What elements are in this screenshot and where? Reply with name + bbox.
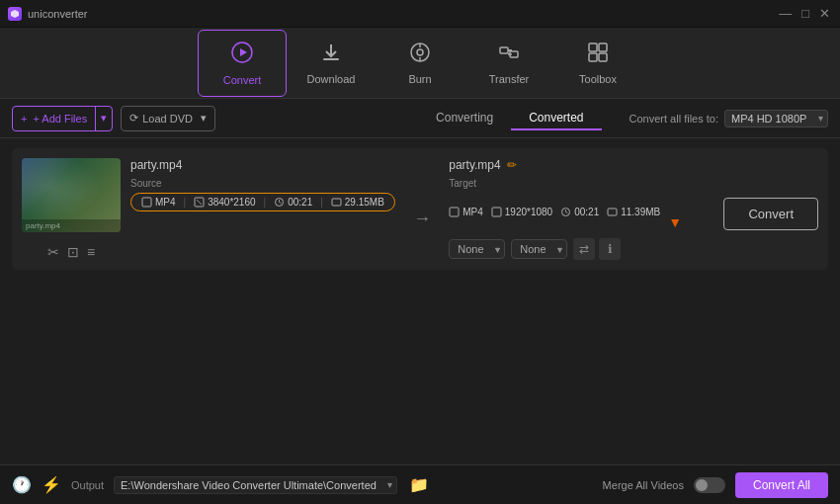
source-duration-icon: 00:21 [274,197,312,208]
svg-rect-24 [492,208,501,216]
nav-burn[interactable]: Burn [376,30,464,97]
source-duration: 00:21 [288,197,312,208]
svg-line-18 [197,200,202,205]
add-files-label: + Add Files [33,113,87,125]
edit-icon[interactable]: ✏ [507,158,517,172]
minimize-button[interactable]: — [777,6,794,21]
load-dvd-label: Load DVD [142,113,193,125]
source-format: MP4 [155,197,176,208]
add-files-button[interactable]: + + Add Files ▾ [12,106,113,131]
target-label: Target [449,178,714,189]
add-files-dropdown-arrow[interactable]: ▾ [95,107,112,130]
source-resolution-icon: 3840*2160 [194,197,255,208]
file-thumbnail: party.mp4 [22,158,121,232]
app-name: uniconverter [28,8,88,20]
source-size: 29.15MB [345,197,384,208]
plus-icon: + [21,113,27,125]
clock-icon[interactable]: 🕐 [12,475,32,494]
toolbox-nav-icon [587,42,609,69]
list-icon[interactable]: ≡ [87,244,95,260]
target-info: MP4 1920*1080 00:21 11.39MB ▼ [449,193,714,230]
tab-group: Converting Converted [418,107,601,130]
nav-transfer-label: Transfer [489,73,530,85]
svg-rect-23 [450,208,459,216]
folder-icon[interactable]: 📁 [409,475,429,494]
source-format-icon: MP4 [141,197,176,208]
svg-line-27 [566,211,568,212]
target-format: MP4 [449,207,483,217]
output-path[interactable]: E:\Wondershare Video Converter Ultimate\… [114,476,397,494]
scissors-icon[interactable]: ✂ [47,244,59,260]
source-size-icon: 29.15MB [331,197,384,208]
convert-button[interactable]: Convert [723,198,818,230]
source-info: MP4 | 3840*2160 | 00:21 | 29.15MB [130,193,395,211]
nav-convert-label: Convert [223,74,262,86]
close-button[interactable]: ✕ [817,6,832,21]
output-path-wrap[interactable]: E:\Wondershare Video Converter Ultimate\… [114,476,397,494]
svg-rect-16 [142,198,151,207]
load-dvd-button[interactable]: ⟳ Load DVD ▾ [121,106,215,131]
svg-rect-28 [608,209,617,215]
none-select-1-wrap[interactable]: None ▾ [449,239,505,259]
target-action-btn-1[interactable]: ⇄ [573,238,595,260]
svg-marker-0 [11,10,19,18]
target-name-row: party.mp4 ✏ [449,158,714,172]
svg-point-5 [417,49,423,55]
lightning-icon[interactable]: ⚡ [42,475,61,494]
target-name: party.mp4 [449,158,500,172]
nav-download[interactable]: Download [287,30,376,97]
nav-download-label: Download [307,73,356,85]
convert-all-button[interactable]: Convert All [735,472,828,498]
maximize-button[interactable]: □ [799,6,811,21]
svg-rect-22 [332,199,341,206]
dvd-icon: ⟳ [129,112,138,125]
add-files-main[interactable]: + + Add Files [13,107,95,130]
crop-icon[interactable]: ⊡ [67,244,79,260]
convert-all-to: Convert all files to: MP4 HD 1080P MP4 4… [630,110,828,127]
target-dropdown-row: None ▾ None ▾ ⇄ ℹ [449,238,714,260]
burn-nav-icon [409,42,431,69]
none-select-2-wrap[interactable]: None ▾ [511,239,567,259]
nav-toolbox[interactable]: Toolbox [553,30,642,97]
svg-rect-13 [599,43,607,51]
bottom-bar: 🕐 ⚡ Output E:\Wondershare Video Converte… [0,464,840,504]
window-controls: — □ ✕ [777,6,832,21]
nav-burn-label: Burn [408,73,431,85]
nav-convert[interactable]: Convert [198,30,287,97]
file-row: party.mp4 ✂ ⊡ ≡ party.mp4 Source MP4 | 3… [12,148,828,270]
file-target: party.mp4 ✏ Target MP4 1920*1080 00:21 [449,158,714,260]
download-nav-icon [320,42,342,69]
target-size: 11.39MB [607,207,660,217]
target-action-buttons: ⇄ ℹ [573,238,621,260]
arrow-right-icon: → [405,209,439,229]
none-select-2[interactable]: None [511,239,567,259]
chevron-down-icon: ▾ [101,112,107,125]
thumbnail-overlay: party.mp4 [22,219,121,232]
merge-label: Merge All Videos [603,479,684,491]
svg-rect-3 [323,58,339,60]
source-label: Source [130,178,395,189]
merge-toggle[interactable] [694,477,725,493]
main-content: party.mp4 ✂ ⊡ ≡ party.mp4 Source MP4 | 3… [0,138,840,464]
merge-toggle-wrap [694,477,725,493]
svg-marker-2 [240,48,247,56]
convert-nav-icon [230,41,254,70]
nav-transfer[interactable]: Transfer [464,30,553,97]
format-select[interactable]: MP4 HD 1080P MP4 4K MP4 720P MKV 1080P [724,110,828,127]
file-source: party.mp4 Source MP4 | 3840*2160 | 00:21… [130,158,395,211]
tab-converting[interactable]: Converting [418,107,511,130]
toolbar: + + Add Files ▾ ⟳ Load DVD ▾ Converting … [0,99,840,138]
format-select-wrap[interactable]: MP4 HD 1080P MP4 4K MP4 720P MKV 1080P [724,110,828,127]
none-select-1[interactable]: None [449,239,505,259]
title-bar: uniconverter — □ ✕ [0,0,840,28]
output-label: Output [71,479,104,491]
target-chevron-icon[interactable]: ▼ [668,214,682,230]
svg-line-21 [280,203,282,204]
convert-all-label: Convert all files to: [630,113,718,125]
nav-bar: Convert Download Burn [0,28,840,99]
source-resolution: 3840*2160 [208,197,255,208]
transfer-nav-icon [498,42,520,69]
tab-converted[interactable]: Converted [511,107,601,130]
nav-toolbox-label: Toolbox [579,73,617,85]
target-action-btn-2[interactable]: ℹ [599,238,621,260]
